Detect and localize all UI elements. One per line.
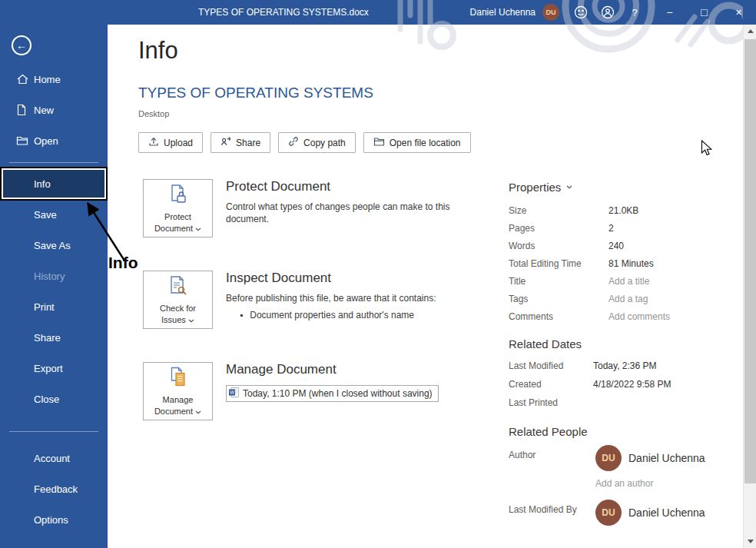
bullet-text: Document properties and author's name (250, 310, 414, 320)
back-button[interactable]: ← (12, 35, 32, 55)
section-heading: Inspect Document (226, 271, 436, 286)
check-for-issues-button[interactable]: Check for Issues (143, 271, 213, 329)
sidebar-item-label: Info (34, 178, 51, 190)
sidebar-divider (9, 162, 98, 163)
author-person[interactable]: DU Daniel Uchenna (595, 445, 705, 471)
button-label: Open file location (390, 138, 461, 148)
add-author-field[interactable]: Add an author (595, 478, 739, 489)
scrollbar-thumb[interactable] (744, 39, 756, 483)
account-person-icon[interactable] (598, 0, 617, 25)
button-label: Copy path (303, 138, 346, 148)
button-label: Protect Document (151, 211, 206, 234)
sidebar-item-close[interactable]: Close (0, 384, 108, 414)
properties-panel: Properties Size21.0KB Pages2 Words240 To… (509, 181, 739, 526)
properties-heading[interactable]: Properties (509, 181, 739, 194)
annotation-label: Info (108, 254, 138, 272)
triangle-up-icon (748, 29, 754, 33)
date-row: Last ModifiedToday, 2:36 PM (509, 357, 739, 375)
help-button[interactable]: ? (625, 0, 644, 25)
property-value: 21.0KB (608, 205, 638, 216)
manage-document-section: Manage Document Manage Document W (143, 362, 519, 447)
sidebar-item-info[interactable]: Info (0, 168, 108, 199)
sidebar-item-save[interactable]: Save (0, 199, 108, 230)
link-icon (288, 136, 299, 149)
sidebar-item-label: Home (34, 74, 61, 85)
manage-document-button[interactable]: Manage Document (143, 362, 213, 420)
add-tag-field[interactable]: Add a tag (608, 294, 648, 304)
home-icon (16, 73, 29, 85)
sidebar-item-open[interactable]: Open (0, 125, 108, 156)
property-row: Words240 (509, 237, 739, 254)
close-button[interactable]: × (721, 0, 756, 25)
word-file-icon: W (229, 387, 239, 400)
sidebar-item-label: Export (34, 363, 63, 374)
account-avatar[interactable]: DU (542, 4, 559, 21)
sidebar-item-save-as[interactable]: Save As (0, 230, 108, 261)
backstage-sidebar: ← Home New Open Info Save Save A (0, 0, 108, 548)
check-for-issues-icon (167, 274, 190, 301)
sidebar-item-label: New (34, 105, 54, 116)
add-comments-field[interactable]: Add comments (608, 311, 670, 322)
info-page: Info TYPES OF OPERATING SYSTEMS Desktop … (108, 25, 743, 548)
button-label: Check for Issues (151, 303, 206, 325)
protect-document-button[interactable]: Protect Document (143, 179, 213, 237)
document-location: Desktop (138, 109, 169, 118)
add-title-field[interactable]: Add a title (608, 276, 649, 287)
account-user-name[interactable]: Daniel Uchenna (470, 7, 536, 18)
scroll-up-button[interactable] (744, 25, 756, 38)
property-label: Tags (509, 294, 608, 304)
maximize-button[interactable]: □ (687, 0, 721, 25)
autosave-version-entry[interactable]: W Today, 1:10 PM (when I closed without … (226, 385, 439, 402)
sidebar-item-print[interactable]: Print (0, 291, 108, 322)
section-description: Before publishing this file, be aware th… (226, 292, 436, 304)
date-value: 4/18/2022 9:58 PM (593, 379, 671, 390)
property-value: 81 Minutes (608, 258, 654, 269)
upload-button[interactable]: Upload (138, 132, 203, 153)
last-modified-by-person[interactable]: DU Daniel Uchenna (595, 500, 705, 526)
property-row: Size21.0KB (509, 201, 739, 219)
related-dates-heading: Related Dates (509, 337, 739, 350)
triangle-down-icon (748, 540, 754, 543)
property-value: 2 (608, 223, 614, 234)
sidebar-item-label: Save (34, 209, 57, 221)
open-file-location-button[interactable]: Open file location (363, 132, 471, 153)
property-label: Pages (509, 223, 608, 234)
sidebar-item-label: Close (34, 394, 59, 405)
inspect-bullet-item: ▪ Document properties and author's name (240, 310, 436, 320)
last-modified-by-row: Last Modified By DU Daniel Uchenna (509, 500, 739, 526)
date-row: Created4/18/2022 9:58 PM (509, 375, 739, 394)
chevron-down-icon (195, 410, 201, 414)
feedback-smiley-icon[interactable] (572, 0, 590, 25)
sidebar-item-label: Feedback (34, 483, 78, 495)
sidebar-item-account[interactable]: Account (0, 443, 108, 473)
sidebar-item-options[interactable]: Options (0, 504, 108, 535)
page-title: Info (138, 37, 178, 65)
properties-rows: Size21.0KB Pages2 Words240 Total Editing… (509, 201, 739, 325)
protect-document-section: Protect Document Protect Document Contro… (143, 179, 519, 264)
folder-icon (373, 137, 385, 149)
property-row: Total Editing Time81 Minutes (509, 254, 739, 272)
inspect-document-section: Check for Issues Inspect Document Before… (143, 271, 519, 355)
sidebar-item-feedback[interactable]: Feedback (0, 473, 108, 504)
heading-label: Related People (509, 425, 588, 438)
copy-path-button[interactable]: Copy path (278, 132, 356, 153)
heading-label: Related Dates (509, 337, 582, 350)
sidebar-item-export[interactable]: Export (0, 353, 108, 384)
sidebar-item-new[interactable]: New (0, 95, 108, 125)
chevron-down-icon (195, 228, 201, 231)
vertical-scrollbar[interactable] (743, 25, 756, 548)
sidebar-item-label: History (34, 271, 65, 282)
word-backstage-window: TYPES OF OPERATING SYSTEMS.docx Daniel U… (0, 0, 756, 548)
property-row: CommentsAdd comments (509, 307, 739, 325)
scroll-down-button[interactable] (744, 535, 756, 548)
bullet-icon: ▪ (240, 310, 243, 320)
share-button[interactable]: Share (211, 132, 270, 153)
property-value: 240 (608, 241, 624, 251)
sidebar-item-share[interactable]: Share (0, 322, 108, 353)
button-label: Manage Document (151, 394, 206, 417)
chevron-down-icon (566, 185, 572, 189)
minimize-button[interactable]: − (652, 0, 687, 25)
button-label: Upload (164, 138, 193, 148)
document-title: TYPES OF OPERATING SYSTEMS (138, 85, 373, 101)
sidebar-item-home[interactable]: Home (0, 64, 108, 95)
